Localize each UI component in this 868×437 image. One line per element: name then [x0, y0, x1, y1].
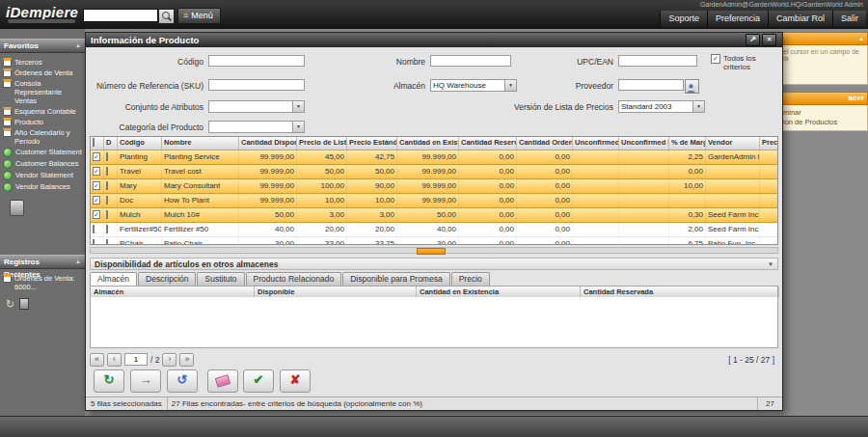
- close-icon[interactable]: ×: [762, 34, 776, 46]
- next-page-button[interactable]: ›: [162, 353, 176, 367]
- row-checkbox[interactable]: ✓: [93, 210, 100, 219]
- atributos-select[interactable]: ▼: [208, 100, 305, 113]
- subcolumn-disponible[interactable]: Disponible: [255, 287, 417, 297]
- row-checkbox[interactable]: [93, 239, 95, 245]
- column-header-de-margen[interactable]: % de Margen: [669, 137, 706, 150]
- sidebar-item-customer-statement[interactable]: Customer Statement: [3, 148, 83, 157]
- tab-almacen[interactable]: Almacén: [90, 272, 137, 286]
- bpartner-search-button[interactable]: [685, 79, 699, 94]
- column-header-d[interactable]: D: [104, 137, 118, 150]
- collapse-icon[interactable]: ▲: [75, 256, 81, 268]
- nav-cambiar-rol[interactable]: Cambiar Rol: [768, 11, 832, 27]
- last-page-button[interactable]: »: [179, 353, 194, 367]
- row-checkbox[interactable]: ✓: [93, 196, 100, 205]
- sku-input[interactable]: [208, 79, 305, 91]
- all-criteria-checkbox[interactable]: ✓: [711, 54, 720, 64]
- column-header-precio-de-lista[interactable]: Precio de Lista: [297, 137, 347, 150]
- column-header-precio-estandar[interactable]: Precio Estándar: [347, 137, 397, 150]
- product-row[interactable]: ✓MulchMulch 10#50,003,003,0050,000,000,0…: [91, 208, 778, 223]
- column-header-unconfirmed-qty[interactable]: Unconfirmed Qty: [573, 137, 619, 150]
- sidebar-item-customer-balances[interactable]: Customer Balances: [3, 159, 83, 169]
- tab-descripcion[interactable]: Descripción: [138, 272, 196, 286]
- forward-button[interactable]: →: [130, 369, 161, 393]
- chevron-down-icon[interactable]: ▼: [292, 101, 304, 112]
- tab-producto-relacionado[interactable]: Producto Relacionado: [246, 272, 342, 286]
- actions-panel-header[interactable]: acer: [779, 92, 868, 105]
- product-row[interactable]: ✓DocHow To Plant99.999,0010,0010,0099.99…: [91, 194, 778, 208]
- row-checkbox[interactable]: ✓: [93, 152, 100, 161]
- nav-soporte[interactable]: Soporte: [660, 11, 707, 27]
- panel-link-minar[interactable]: minar: [783, 108, 864, 118]
- tab-disponible-para-promesa[interactable]: Disponible para Promesa: [342, 272, 449, 286]
- row-checkbox[interactable]: [93, 225, 95, 233]
- sidebar-item-vendor-balances[interactable]: Vendor Balances: [3, 182, 83, 192]
- row-checkbox[interactable]: ✓: [93, 181, 100, 190]
- tab-precio[interactable]: Precio: [451, 272, 490, 286]
- chevron-down-icon[interactable]: ▼: [768, 261, 773, 267]
- refresh-button[interactable]: ↻: [94, 369, 124, 393]
- column-header-select[interactable]: [91, 137, 104, 150]
- scrollbar-thumb[interactable]: [417, 248, 446, 255]
- dialog-titlebar[interactable]: Información de Producto ↗ ×: [86, 33, 782, 47]
- prev-page-button[interactable]: ‹: [107, 353, 122, 367]
- upc-input[interactable]: [618, 55, 697, 67]
- first-page-button[interactable]: «: [90, 353, 104, 367]
- sidebar-item-esquema-contable[interactable]: Esquema Contable: [3, 107, 83, 116]
- nav-preferencia[interactable]: Preferencia: [707, 11, 768, 27]
- product-row[interactable]: Fertilizer#50Fertilizer #5040,0020,0020,…: [91, 223, 778, 237]
- maximize-icon[interactable]: ↗: [746, 34, 760, 46]
- column-header-nombre[interactable]: Nombre: [162, 137, 239, 150]
- nav-salir[interactable]: Salir: [832, 11, 866, 27]
- delete-button[interactable]: [207, 369, 238, 393]
- categoria-select[interactable]: ▼: [208, 121, 305, 133]
- subcolumn-cantidad-reservada[interactable]: Cantidad Reservada: [581, 287, 779, 297]
- chevron-down-icon[interactable]: ▼: [292, 122, 304, 132]
- sidebar-item-ordenes-de-venta-6000[interactable]: Órdenes de Venta: 6000...: [3, 274, 83, 291]
- panel-link-ion-de-productos[interactable]: ión de Productos: [783, 118, 864, 127]
- row-checkbox[interactable]: ✓: [93, 167, 100, 176]
- search-button[interactable]: [158, 9, 175, 24]
- proveedor-input[interactable]: [618, 79, 684, 91]
- sidebar-item-ano-calendario-y-periodo[interactable]: Año Calendario y Período: [3, 128, 83, 146]
- codigo-input[interactable]: [208, 55, 305, 67]
- sidebar-item-producto[interactable]: Producto: [3, 118, 83, 126]
- tab-sustituto[interactable]: Sustituto: [197, 272, 244, 286]
- product-row[interactable]: ✓PlantingPlanting Service99.999,0045,004…: [91, 150, 778, 165]
- trash-icon[interactable]: [19, 298, 29, 310]
- sidebar-item-ordenes-de-venta[interactable]: Órdenes de Venta: [3, 68, 83, 77]
- subcolumn-cantidad-en-existencia[interactable]: Cantidad en Existencia: [417, 287, 581, 297]
- ok-button[interactable]: ✔: [243, 369, 274, 393]
- cancel-button[interactable]: ✘: [280, 369, 311, 393]
- history-button[interactable]: ↺: [167, 369, 198, 393]
- help-panel-header[interactable]: ▲: [779, 32, 868, 45]
- product-row[interactable]: PChairPatio Chair30,0033,0033,7530,000,0…: [91, 237, 778, 245]
- chevron-down-icon[interactable]: ▼: [692, 101, 704, 112]
- subcolumn-almacen[interactable]: Almacén: [91, 287, 255, 297]
- sidebar-item-vendor-statement[interactable]: Vendor Statement: [3, 171, 83, 180]
- column-header-codigo[interactable]: Código: [118, 137, 162, 150]
- column-header-cantidad-en-existencia[interactable]: Cantidad en Existencia: [397, 137, 459, 150]
- availability-header[interactable]: Disponibilidad de artículos en otros alm…: [90, 258, 778, 270]
- favorites-header[interactable]: Favoritos ▲: [0, 39, 85, 53]
- product-row[interactable]: ✓MaryMary Consultant99.999,00100,0090,00…: [91, 179, 778, 194]
- column-header-cantidad-ordenada[interactable]: Cantidad Ordenada: [517, 137, 573, 150]
- horizontal-scrollbar[interactable]: [90, 247, 778, 254]
- sidebar-item-consola-representante-ventas[interactable]: Consola Representante Ventas: [3, 79, 83, 105]
- column-header-vendor[interactable]: Vendor: [706, 137, 760, 150]
- menu-button[interactable]: ≡Menú: [177, 8, 221, 24]
- trash-icon[interactable]: [10, 200, 24, 216]
- collapse-up-icon[interactable]: ▲: [858, 33, 864, 44]
- column-header-cantidad-disponible[interactable]: Cantidad Disponible: [239, 137, 297, 150]
- column-header-precio[interactable]: Precio: [760, 137, 778, 150]
- select-all-checkbox[interactable]: [93, 138, 95, 147]
- column-header-cantidad-reservada[interactable]: Cantidad Reservada: [459, 137, 517, 150]
- search-input[interactable]: [83, 9, 158, 22]
- refresh-icon[interactable]: ↻: [6, 299, 14, 310]
- column-header-unconfirmed-move[interactable]: Unconfirmed Move: [619, 137, 669, 150]
- page-input[interactable]: [124, 353, 148, 366]
- version-lista-select[interactable]: Standard 2003 ▼: [618, 100, 705, 113]
- collapse-icon[interactable]: ▲: [75, 40, 81, 52]
- recent-header[interactable]: Registros Recientes ▲: [0, 255, 85, 269]
- product-row[interactable]: ✓TravelTravel cost99.999,0050,0050,0099.…: [91, 165, 778, 179]
- sidebar-item-terceros[interactable]: Terceros: [3, 58, 83, 67]
